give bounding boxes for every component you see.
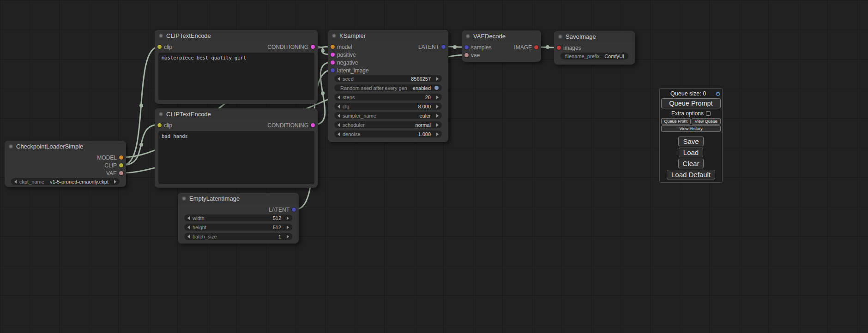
queue-prompt-button[interactable]: Queue Prompt: [661, 98, 721, 108]
arrow-right-icon[interactable]: [436, 105, 439, 108]
load-default-button[interactable]: Load Default: [667, 170, 715, 179]
output-label-latent: LATENT: [418, 44, 439, 50]
widget-label: height: [193, 225, 206, 230]
node-emptylatentimage[interactable]: EmptyLatentImage LATENT width 512 height…: [178, 193, 299, 244]
input-label-model: model: [337, 44, 352, 50]
node-cliptextencode-positive[interactable]: CLIPTextEncode clip CONDITIONING masterp…: [155, 30, 318, 104]
node-title-bar[interactable]: CLIPTextEncode: [155, 108, 318, 119]
widget-value: 1.000: [418, 131, 431, 137]
output-slot-model[interactable]: [119, 155, 123, 160]
output-slot-conditioning[interactable]: [311, 123, 315, 127]
collapse-dot-icon[interactable]: [159, 112, 163, 116]
arrow-right-icon[interactable]: [287, 216, 289, 220]
widget-random-seed-toggle[interactable]: Random seed after every gen enabled: [334, 84, 442, 91]
node-title-bar[interactable]: CheckpointLoaderSimple: [5, 141, 126, 152]
widget-height[interactable]: height 512: [184, 224, 292, 231]
input-slot-vae[interactable]: [464, 53, 469, 57]
node-saveimage[interactable]: SaveImage images filename_prefix ComfyUI: [554, 31, 635, 65]
widget-sampler-name[interactable]: sampler_name euler: [334, 112, 442, 119]
node-title-bar[interactable]: EmptyLatentImage: [178, 193, 299, 204]
input-slot-latent-image[interactable]: [331, 68, 335, 72]
widget-ckpt-name[interactable]: ckpt_name v1-5-pruned-emaonly.ckpt: [11, 178, 120, 185]
widget-batch-size[interactable]: batch_size 1: [184, 233, 292, 240]
comfy-menu[interactable]: Queue size: 0 ⚙ Queue Prompt Extra optio…: [659, 88, 723, 183]
widget-width[interactable]: width 512: [184, 214, 292, 221]
widget-value: 512: [273, 215, 281, 221]
widget-denoise[interactable]: denoise 1.000: [334, 131, 442, 137]
arrow-right-icon[interactable]: [436, 132, 439, 136]
node-title-bar[interactable]: KSampler: [328, 30, 448, 41]
collapse-dot-icon[interactable]: [182, 196, 186, 201]
arrow-right-icon[interactable]: [436, 114, 439, 118]
arrow-right-icon[interactable]: [436, 123, 439, 127]
node-ksampler[interactable]: KSampler model LATENT positive: [328, 30, 448, 142]
link-midpoint-dot: [321, 91, 325, 95]
input-label-negative: negative: [337, 59, 358, 66]
widget-label: Random seed after every gen: [340, 85, 407, 91]
extra-options-checkbox[interactable]: [706, 111, 711, 116]
widget-scheduler[interactable]: scheduler normal: [334, 121, 442, 128]
output-slot-conditioning[interactable]: [311, 45, 315, 49]
output-label-latent: LATENT: [269, 207, 289, 213]
arrow-left-icon[interactable]: [187, 226, 190, 229]
arrow-left-icon[interactable]: [338, 132, 340, 136]
arrow-left-icon[interactable]: [187, 235, 190, 238]
arrow-left-icon[interactable]: [338, 123, 340, 127]
input-slot-positive[interactable]: [331, 53, 335, 57]
output-slot-vae[interactable]: [119, 171, 123, 175]
link-midpoint-dot: [139, 143, 143, 147]
node-title-bar[interactable]: VAEDecode: [462, 30, 541, 42]
node-title-bar[interactable]: CLIPTextEncode: [155, 30, 318, 41]
widget-label: scheduler: [343, 122, 365, 128]
output-slot-clip[interactable]: [119, 163, 123, 167]
output-label-image: IMAGE: [514, 44, 532, 51]
widget-filename-prefix[interactable]: filename_prefix ComfyUI: [561, 53, 628, 59]
input-slot-images[interactable]: [557, 46, 561, 50]
arrow-left-icon[interactable]: [338, 77, 340, 81]
arrow-right-icon[interactable]: [114, 180, 116, 184]
collapse-dot-icon[interactable]: [159, 34, 163, 38]
settings-gear-icon[interactable]: ⚙: [715, 91, 721, 97]
arrow-left-icon[interactable]: [187, 216, 190, 220]
arrow-right-icon[interactable]: [436, 95, 439, 99]
view-history-button[interactable]: View History: [661, 125, 721, 132]
node-cliptextencode-negative[interactable]: CLIPTextEncode clip CONDITIONING bad han…: [155, 108, 318, 188]
output-slot-latent[interactable]: [292, 208, 296, 212]
arrow-right-icon[interactable]: [287, 226, 289, 229]
arrow-left-icon[interactable]: [14, 180, 17, 184]
save-button[interactable]: Save: [678, 137, 703, 146]
arrow-right-icon[interactable]: [287, 235, 289, 238]
input-slot-samples[interactable]: [464, 45, 469, 49]
widget-label: ckpt_name: [19, 179, 44, 184]
node-graph-canvas[interactable]: CheckpointLoaderSimple MODEL CLIP VAE: [0, 0, 868, 333]
input-slot-negative[interactable]: [331, 60, 335, 65]
collapse-dot-icon[interactable]: [558, 35, 562, 39]
widget-seed[interactable]: seed 8566257: [334, 75, 442, 82]
clear-button[interactable]: Clear: [678, 159, 704, 168]
collapse-dot-icon[interactable]: [466, 34, 470, 38]
widget-steps[interactable]: steps 20: [334, 94, 442, 101]
queue-front-button[interactable]: Queue Front: [661, 118, 691, 125]
load-button[interactable]: Load: [679, 148, 703, 157]
prompt-textarea[interactable]: bad hands: [158, 131, 314, 184]
view-queue-button[interactable]: View Queue: [692, 118, 721, 125]
arrow-left-icon[interactable]: [338, 95, 340, 99]
collapse-dot-icon[interactable]: [9, 144, 13, 149]
input-slot-clip[interactable]: [157, 45, 162, 49]
input-slot-model[interactable]: [331, 45, 335, 49]
node-checkpointloadersimple[interactable]: CheckpointLoaderSimple MODEL CLIP VAE: [5, 141, 126, 187]
arrow-left-icon[interactable]: [338, 114, 340, 118]
input-slot-clip[interactable]: [157, 123, 162, 127]
toggle-on-icon[interactable]: [434, 86, 439, 90]
output-slot-latent[interactable]: [441, 45, 446, 49]
node-vaedecode[interactable]: VAEDecode samples IMAGE vae: [462, 30, 541, 62]
collapse-dot-icon[interactable]: [332, 34, 336, 38]
prompt-textarea[interactable]: masterpiece best quality girl: [158, 53, 314, 100]
arrow-left-icon[interactable]: [338, 105, 340, 108]
widget-label: steps: [343, 95, 355, 100]
output-label-conditioning: CONDITIONING: [267, 122, 308, 129]
arrow-right-icon[interactable]: [436, 77, 439, 81]
output-slot-image[interactable]: [534, 45, 538, 49]
node-title-bar[interactable]: SaveImage: [554, 31, 635, 42]
widget-cfg[interactable]: cfg 8.000: [334, 103, 442, 110]
